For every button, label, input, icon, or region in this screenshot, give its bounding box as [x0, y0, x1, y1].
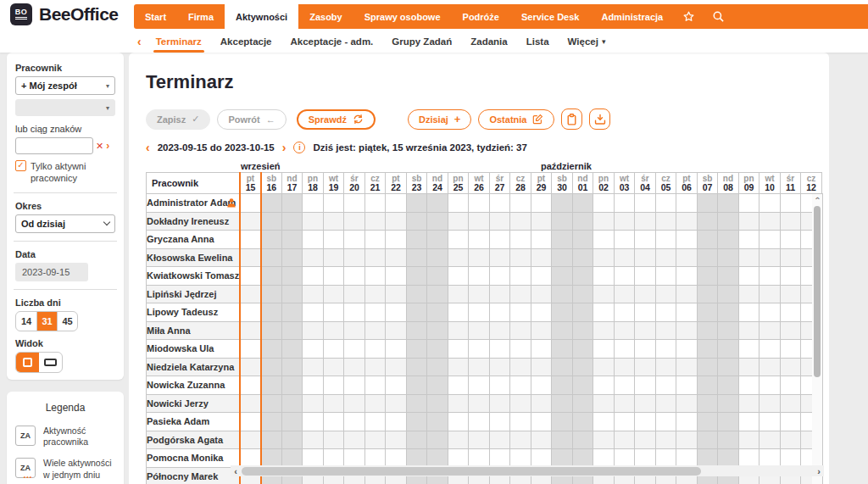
day-header-pn-25[interactable]: pn25	[448, 173, 469, 194]
schedule-cell[interactable]	[676, 285, 698, 303]
schedule-cell[interactable]	[364, 267, 386, 286]
day-header-pn-09[interactable]: pn09	[738, 173, 760, 194]
schedule-cell[interactable]	[718, 340, 739, 359]
tabs-back-chevron-icon[interactable]: ‹	[132, 31, 147, 53]
schedule-cell[interactable]	[738, 303, 760, 322]
topnav-item-service-desk[interactable]: Service Desk	[510, 4, 591, 29]
schedule-cell[interactable]	[448, 413, 469, 431]
schedule-cell[interactable]	[469, 303, 490, 322]
schedule-cell[interactable]	[760, 248, 781, 267]
schedule-cell[interactable]	[635, 394, 656, 413]
export-button[interactable]	[589, 108, 610, 130]
scroll-right-icon[interactable]: ›	[814, 465, 824, 476]
topnav-item-administracja[interactable]: Administracja	[590, 4, 674, 29]
schedule-cell[interactable]	[323, 321, 344, 340]
schedule-cell[interactable]	[323, 267, 344, 286]
schedule-cell[interactable]	[760, 212, 781, 231]
schedule-cell[interactable]	[303, 449, 324, 468]
topnav-item-start[interactable]: Start	[134, 4, 177, 29]
schedule-cell[interactable]	[281, 231, 303, 249]
schedule-cell[interactable]	[469, 231, 490, 249]
schedule-cell[interactable]	[635, 248, 656, 267]
schedule-cell[interactable]	[448, 340, 469, 359]
schedule-cell[interactable]	[510, 212, 531, 231]
schedule-cell[interactable]	[614, 394, 635, 413]
day-header-śr-27[interactable]: śr27	[489, 173, 510, 194]
schedule-cell[interactable]	[427, 449, 448, 468]
schedule-cell[interactable]	[386, 285, 407, 303]
employee-name-kłosowska-ewelina[interactable]: Kłosowska Ewelina	[147, 248, 241, 267]
tab-lista[interactable]: Lista	[517, 31, 559, 53]
schedule-cell[interactable]	[760, 376, 781, 395]
schedule-cell[interactable]	[593, 376, 615, 395]
schedule-cell[interactable]	[760, 340, 781, 359]
schedule-cell[interactable]	[323, 449, 344, 468]
schedule-cell[interactable]	[469, 431, 490, 449]
employee-name-miła-anna[interactable]: Miła Anna	[147, 321, 241, 340]
schedule-cell[interactable]	[469, 321, 490, 340]
schedule-cell[interactable]	[323, 248, 344, 267]
schedule-cell[interactable]	[780, 394, 801, 413]
schedule-cell[interactable]	[780, 449, 801, 468]
schedule-cell[interactable]	[386, 358, 407, 376]
schedule-cell[interactable]	[427, 413, 448, 431]
schedule-cell[interactable]	[760, 394, 781, 413]
schedule-cell[interactable]	[676, 449, 698, 468]
schedule-cell[interactable]	[344, 212, 365, 231]
schedule-cell[interactable]	[738, 248, 760, 267]
schedule-cell[interactable]	[780, 340, 801, 359]
schedule-cell[interactable]	[531, 231, 552, 249]
schedule-cell[interactable]	[718, 267, 739, 286]
tab-terminarz[interactable]: Terminarz	[147, 31, 211, 53]
schedule-cell[interactable]	[593, 212, 615, 231]
schedule-cell[interactable]	[364, 303, 386, 322]
day-header-wt-19[interactable]: wt19	[323, 173, 344, 194]
schedule-cell[interactable]	[469, 340, 490, 359]
schedule-cell[interactable]	[469, 248, 490, 267]
employee-name-północny-marek[interactable]: Północny Marek	[147, 467, 241, 484]
schedule-cell[interactable]	[303, 285, 324, 303]
schedule-cell[interactable]	[281, 194, 303, 213]
schedule-cell[interactable]	[406, 267, 427, 286]
schedule-cell[interactable]	[718, 358, 739, 376]
schedule-cell[interactable]	[635, 303, 656, 322]
schedule-cell[interactable]	[635, 376, 656, 395]
day-header-sb-07[interactable]: sb07	[697, 173, 718, 194]
tab-grupy-zadań[interactable]: Grupy Zadań	[382, 31, 461, 53]
schedule-cell[interactable]	[448, 248, 469, 267]
list-view-button[interactable]	[39, 353, 62, 372]
schedule-cell[interactable]	[760, 285, 781, 303]
schedule-cell[interactable]	[738, 321, 760, 340]
schedule-cell[interactable]	[427, 431, 448, 449]
schedule-cell[interactable]	[240, 449, 261, 468]
horizontal-scroll-thumb[interactable]	[242, 467, 701, 476]
schedule-cell[interactable]	[386, 194, 407, 213]
schedule-cell[interactable]	[364, 194, 386, 213]
day-header-cz-05[interactable]: cz05	[655, 173, 676, 194]
day-header-sb-23[interactable]: sb23	[406, 173, 427, 194]
schedule-cell[interactable]	[531, 248, 552, 267]
schedule-cell[interactable]	[552, 303, 573, 322]
schedule-cell[interactable]	[738, 231, 760, 249]
schedule-cell[interactable]	[614, 194, 635, 213]
schedule-cell[interactable]	[593, 449, 615, 468]
schedule-cell[interactable]	[344, 394, 365, 413]
employee-name-lipiński-jędrzej[interactable]: Lipiński Jędrzej	[147, 285, 241, 303]
schedule-cell[interactable]	[635, 194, 656, 213]
employee-name-administrator-adam[interactable]: Administrator Adam	[147, 194, 241, 213]
schedule-cell[interactable]	[510, 413, 531, 431]
schedule-cell[interactable]	[593, 194, 615, 213]
schedule-cell[interactable]	[531, 267, 552, 286]
schedule-cell[interactable]	[240, 358, 261, 376]
schedule-cell[interactable]	[406, 394, 427, 413]
schedule-cell[interactable]	[593, 431, 615, 449]
employee-name-kwiatkowski-tomasz[interactable]: Kwiatkowski Tomasz	[147, 267, 241, 286]
schedule-cell[interactable]	[427, 394, 448, 413]
topnav-item-firma[interactable]: Firma	[177, 4, 225, 29]
day-header-cz-28[interactable]: cz28	[510, 173, 531, 194]
schedule-cell[interactable]	[344, 303, 365, 322]
schedule-cell[interactable]	[552, 431, 573, 449]
schedule-cell[interactable]	[364, 358, 386, 376]
schedule-cell[interactable]	[593, 321, 615, 340]
schedule-cell[interactable]	[635, 321, 656, 340]
